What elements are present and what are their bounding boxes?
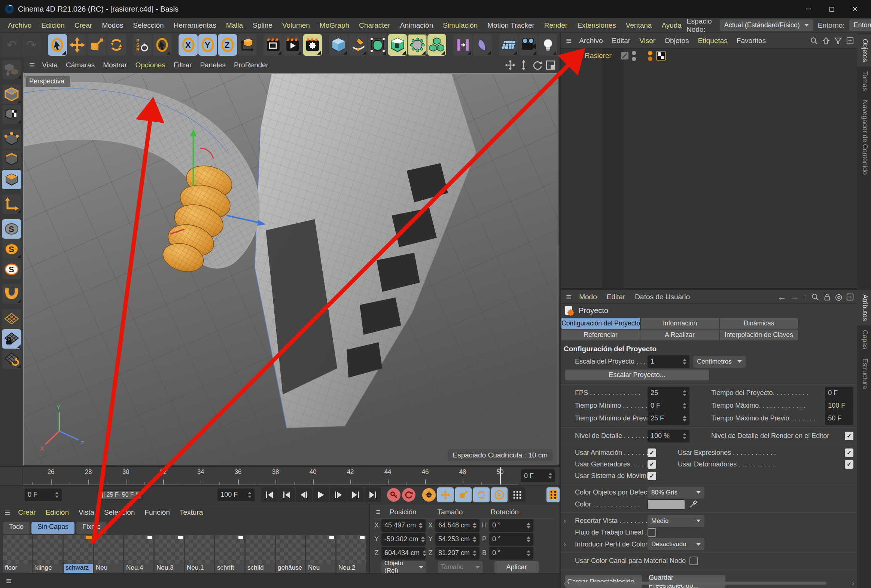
fps-field[interactable]: 25 [648,387,690,400]
current-frame-spinner[interactable]: 0 F [25,488,62,501]
material-name[interactable]: klinge [33,564,63,573]
view-label[interactable]: Perspectiva [26,76,71,87]
menu-item[interactable]: Crear [70,21,97,30]
material-menu-item[interactable]: Selección [99,508,140,516]
record-scale-toggle[interactable] [455,487,471,502]
material-thumbnail[interactable] [154,535,184,564]
material-menu-item[interactable]: Edición [41,508,74,516]
material-thumbnail[interactable] [3,535,32,564]
usar-animacion-checkbox[interactable]: ✓ [648,448,656,457]
size-mode-dropdown[interactable]: Tamaño [438,561,483,573]
light-icon[interactable] [538,34,557,56]
tab-a-realizar[interactable]: A Realizar [641,330,719,340]
record-keyframe-button[interactable] [387,488,401,501]
menu-item[interactable]: Extensiones [572,21,621,30]
go-to-end-button[interactable] [365,487,381,502]
up-level-icon[interactable] [822,37,830,45]
next-frame-button[interactable] [330,487,347,502]
edges-mode-icon[interactable] [2,149,21,169]
add-icon[interactable] [846,293,854,301]
material-menu-item[interactable]: Crear [13,508,41,516]
render-settings-icon[interactable] [303,34,322,56]
coordinate-system-icon[interactable] [238,34,257,56]
object-manager-menu-item[interactable]: Objetos [660,37,693,45]
material-menu-item[interactable]: Función [140,508,175,516]
size-y-field[interactable]: 54.253 cm [436,533,479,546]
viewport-menu-item[interactable]: ProRender [230,61,272,69]
size-z-field[interactable]: 81.207 cm [436,547,479,560]
material[interactable]: schrift [215,535,244,573]
preview-start[interactable]: || 25 F [102,491,119,498]
usar-deformadores-checkbox[interactable]: ✓ [845,460,853,469]
close-button[interactable]: × [843,0,867,18]
material-name[interactable]: floor [3,564,32,573]
lock-y-icon[interactable]: Y [198,34,217,56]
object-manager-menu-icon[interactable]: ≡ [564,36,574,46]
primitive-cube-icon[interactable] [329,34,348,56]
lock-icon[interactable] [823,293,831,301]
rotation-b-field[interactable]: 0 ° [489,547,533,560]
material-layer-tab[interactable]: Fixme [76,522,107,534]
perfil-dropdown[interactable]: Desactivado [648,538,705,550]
menu-item[interactable]: Ayuda [657,21,687,30]
side-tab[interactable]: Objetos [857,34,871,67]
side-tab[interactable]: Atributos [857,290,871,325]
menu-item[interactable]: Modos [97,21,128,30]
viewport-menu-item[interactable]: Mostrar [99,61,131,69]
lock-z-icon[interactable]: Z [218,34,237,56]
minimize-button[interactable] [797,0,820,18]
model-mode-icon[interactable] [2,85,21,104]
layer-toggle[interactable] [621,52,629,60]
volume-icon[interactable] [428,34,446,56]
material-menu-item[interactable]: Vista [74,508,99,516]
material[interactable]: schwarz [64,535,93,573]
escala-field[interactable]: 1 [648,355,690,368]
material-name[interactable]: Neu.4 [124,564,153,573]
maximize-button[interactable] [820,0,843,18]
preview-range[interactable]: || 25 F50 F || [98,490,143,500]
material-name[interactable]: Neu.3 [154,564,184,573]
color-defecto-dropdown[interactable]: 80% Gris [648,487,705,498]
expander-icon[interactable]: › [564,540,566,548]
snap-off-icon[interactable]: S [2,219,21,239]
record-pla-toggle[interactable] [509,487,525,502]
material-menu-item[interactable]: Textura [175,508,208,516]
rotation-h-field[interactable]: 0 ° [489,519,533,532]
previous-key-button[interactable] [278,487,295,502]
material[interactable]: gehäuse [276,535,305,573]
menu-item[interactable]: Selección [128,21,168,30]
timeline-ruler[interactable]: 26283032343638404244464850 [23,467,519,485]
floor-environment-icon[interactable] [499,34,518,56]
nivel-detalle-field[interactable]: 100 % [648,430,690,442]
generator-icon[interactable] [388,34,407,56]
deformer-icon[interactable] [408,34,427,56]
material-name[interactable]: schild [245,564,275,573]
object-manager-menu-item[interactable]: Favoritos [732,37,770,45]
color-swatch[interactable] [648,499,685,509]
menu-item[interactable]: Malla [221,21,248,30]
zoom-view-icon[interactable] [518,60,529,70]
selection-tool-icon[interactable] [153,34,172,56]
material-thumbnail[interactable] [245,535,275,564]
falloff-icon[interactable] [473,34,492,56]
timeline-frame-spinner[interactable]: 0 F [521,469,555,482]
material-name[interactable]: gehäuse [276,564,305,573]
preview-end[interactable]: 50 F || [122,491,139,498]
rotate-view-icon[interactable] [532,60,542,70]
size-x-field[interactable]: 64.548 cm [436,519,479,532]
material[interactable]: floor [3,535,32,573]
viewport-menu-item[interactable]: Paneles [196,61,230,69]
attributes-menu-editar[interactable]: Editar [602,293,630,301]
expander-icon[interactable]: › [564,517,566,525]
track-icon[interactable]: ◎ [835,292,842,302]
material-thumbnail[interactable] [337,535,366,564]
material-name[interactable]: Neu [94,564,123,573]
coordinate-mode-dropdown[interactable]: Objeto (Rel) [382,561,427,573]
snap-3d-icon[interactable]: S [2,260,21,279]
material-layer-tab[interactable]: Todo [3,522,30,534]
material[interactable]: Neu.4 [124,535,153,573]
object-manager-menu-item[interactable]: Editar [608,37,635,45]
go-to-start-button[interactable] [261,487,278,502]
duration-spinner[interactable]: 100 F [217,488,254,501]
fields-icon[interactable] [453,34,472,56]
